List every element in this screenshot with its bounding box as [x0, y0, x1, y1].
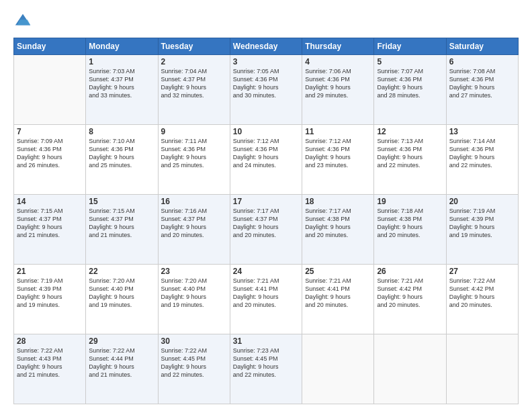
day-info: Sunrise: 7:06 AMSunset: 4:36 PMDaylight:… [305, 67, 371, 100]
logo [13, 12, 35, 31]
day-info: Sunrise: 7:22 AMSunset: 4:43 PMDaylight:… [17, 347, 83, 379]
day-info: Sunrise: 7:15 AMSunset: 4:37 PMDaylight:… [89, 207, 154, 240]
day-number: 5 [377, 57, 443, 66]
calendar-cell: 5Sunrise: 7:07 AMSunset: 4:36 PMDaylight… [374, 55, 446, 125]
day-number: 6 [449, 57, 515, 66]
day-number: 16 [161, 197, 227, 206]
day-number: 28 [17, 336, 83, 346]
day-info: Sunrise: 7:12 AMSunset: 4:36 PMDaylight:… [305, 137, 371, 170]
day-number: 20 [449, 197, 515, 206]
day-info: Sunrise: 7:03 AMSunset: 4:37 PMDaylight:… [89, 67, 154, 100]
day-info: Sunrise: 7:12 AMSunset: 4:36 PMDaylight:… [233, 137, 299, 170]
calendar-cell: 19Sunrise: 7:18 AMSunset: 4:38 PMDayligh… [374, 195, 446, 265]
day-number: 23 [161, 267, 227, 276]
day-header-wednesday: Wednesday [230, 38, 302, 55]
day-header-thursday: Thursday [302, 38, 374, 55]
page: SundayMondayTuesdayWednesdayThursdayFrid… [0, 0, 532, 411]
calendar-cell: 12Sunrise: 7:13 AMSunset: 4:36 PMDayligh… [374, 125, 446, 195]
week-row-0: 1Sunrise: 7:03 AMSunset: 4:37 PMDaylight… [14, 55, 519, 125]
day-number: 25 [305, 267, 371, 276]
day-info: Sunrise: 7:17 AMSunset: 4:37 PMDaylight:… [233, 207, 299, 240]
day-number: 2 [161, 57, 227, 66]
calendar-cell: 29Sunrise: 7:22 AMSunset: 4:44 PMDayligh… [86, 334, 158, 404]
day-info: Sunrise: 7:22 AMSunset: 4:44 PMDaylight:… [89, 347, 154, 379]
calendar-cell: 13Sunrise: 7:14 AMSunset: 4:36 PMDayligh… [446, 125, 518, 195]
day-info: Sunrise: 7:20 AMSunset: 4:40 PMDaylight:… [161, 277, 227, 310]
day-number: 8 [89, 127, 154, 136]
day-info: Sunrise: 7:11 AMSunset: 4:36 PMDaylight:… [161, 137, 227, 170]
calendar-cell [302, 334, 374, 404]
calendar-cell: 22Sunrise: 7:20 AMSunset: 4:40 PMDayligh… [86, 265, 158, 334]
day-info: Sunrise: 7:08 AMSunset: 4:36 PMDaylight:… [449, 67, 515, 100]
calendar-cell: 2Sunrise: 7:04 AMSunset: 4:37 PMDaylight… [158, 55, 230, 125]
day-number: 31 [233, 336, 299, 346]
day-info: Sunrise: 7:04 AMSunset: 4:37 PMDaylight:… [161, 67, 227, 100]
day-number: 29 [89, 336, 154, 346]
week-row-3: 21Sunrise: 7:19 AMSunset: 4:39 PMDayligh… [14, 265, 519, 334]
day-number: 9 [161, 127, 227, 136]
day-info: Sunrise: 7:07 AMSunset: 4:36 PMDaylight:… [377, 67, 443, 100]
day-number: 14 [17, 197, 83, 206]
calendar-cell: 27Sunrise: 7:22 AMSunset: 4:42 PMDayligh… [446, 265, 518, 334]
day-number: 18 [305, 197, 371, 206]
week-row-4: 28Sunrise: 7:22 AMSunset: 4:43 PMDayligh… [14, 334, 519, 404]
day-info: Sunrise: 7:19 AMSunset: 4:39 PMDaylight:… [449, 207, 515, 240]
day-header-friday: Friday [374, 38, 446, 55]
day-info: Sunrise: 7:19 AMSunset: 4:39 PMDaylight:… [17, 277, 83, 310]
day-number: 24 [233, 267, 299, 276]
header [13, 12, 519, 31]
calendar-cell: 14Sunrise: 7:15 AMSunset: 4:37 PMDayligh… [14, 195, 86, 265]
calendar-cell: 17Sunrise: 7:17 AMSunset: 4:37 PMDayligh… [230, 195, 302, 265]
day-number: 19 [377, 197, 443, 206]
day-info: Sunrise: 7:20 AMSunset: 4:40 PMDaylight:… [89, 277, 154, 310]
calendar-cell: 10Sunrise: 7:12 AMSunset: 4:36 PMDayligh… [230, 125, 302, 195]
day-info: Sunrise: 7:21 AMSunset: 4:41 PMDaylight:… [233, 277, 299, 310]
day-info: Sunrise: 7:21 AMSunset: 4:41 PMDaylight:… [305, 277, 371, 310]
calendar-cell: 3Sunrise: 7:05 AMSunset: 4:36 PMDaylight… [230, 55, 302, 125]
calendar-cell: 8Sunrise: 7:10 AMSunset: 4:36 PMDaylight… [86, 125, 158, 195]
calendar-body: 1Sunrise: 7:03 AMSunset: 4:37 PMDaylight… [14, 55, 519, 404]
calendar-cell: 23Sunrise: 7:20 AMSunset: 4:40 PMDayligh… [158, 265, 230, 334]
calendar-cell: 25Sunrise: 7:21 AMSunset: 4:41 PMDayligh… [302, 265, 374, 334]
day-number: 10 [233, 127, 299, 136]
calendar-cell: 16Sunrise: 7:16 AMSunset: 4:37 PMDayligh… [158, 195, 230, 265]
calendar-cell: 7Sunrise: 7:09 AMSunset: 4:36 PMDaylight… [14, 125, 86, 195]
calendar-cell: 26Sunrise: 7:21 AMSunset: 4:42 PMDayligh… [374, 265, 446, 334]
day-header-monday: Monday [86, 38, 158, 55]
day-info: Sunrise: 7:15 AMSunset: 4:37 PMDaylight:… [17, 207, 83, 240]
day-number: 11 [305, 127, 371, 136]
day-info: Sunrise: 7:05 AMSunset: 4:36 PMDaylight:… [233, 67, 299, 100]
calendar-table: SundayMondayTuesdayWednesdayThursdayFrid… [13, 38, 519, 404]
calendar-cell: 31Sunrise: 7:23 AMSunset: 4:45 PMDayligh… [230, 334, 302, 404]
calendar-cell: 9Sunrise: 7:11 AMSunset: 4:36 PMDaylight… [158, 125, 230, 195]
calendar-cell: 15Sunrise: 7:15 AMSunset: 4:37 PMDayligh… [86, 195, 158, 265]
day-number: 27 [449, 267, 515, 276]
day-number: 26 [377, 267, 443, 276]
day-info: Sunrise: 7:16 AMSunset: 4:37 PMDaylight:… [161, 207, 227, 240]
calendar-cell: 30Sunrise: 7:22 AMSunset: 4:45 PMDayligh… [158, 334, 230, 404]
calendar-header: SundayMondayTuesdayWednesdayThursdayFrid… [14, 38, 519, 55]
calendar-cell: 6Sunrise: 7:08 AMSunset: 4:36 PMDaylight… [446, 55, 518, 125]
day-info: Sunrise: 7:18 AMSunset: 4:38 PMDaylight:… [377, 207, 443, 240]
day-number: 30 [161, 336, 227, 346]
calendar-cell: 24Sunrise: 7:21 AMSunset: 4:41 PMDayligh… [230, 265, 302, 334]
calendar-cell: 11Sunrise: 7:12 AMSunset: 4:36 PMDayligh… [302, 125, 374, 195]
day-number: 17 [233, 197, 299, 206]
day-number: 21 [17, 267, 83, 276]
day-info: Sunrise: 7:21 AMSunset: 4:42 PMDaylight:… [377, 277, 443, 310]
day-number: 13 [449, 127, 515, 136]
day-number: 22 [89, 267, 154, 276]
day-header-saturday: Saturday [446, 38, 518, 55]
day-number: 3 [233, 57, 299, 66]
days-of-week-row: SundayMondayTuesdayWednesdayThursdayFrid… [14, 38, 519, 55]
calendar-cell [446, 334, 518, 404]
calendar-cell: 1Sunrise: 7:03 AMSunset: 4:37 PMDaylight… [86, 55, 158, 125]
calendar-cell: 20Sunrise: 7:19 AMSunset: 4:39 PMDayligh… [446, 195, 518, 265]
logo-icon [13, 12, 32, 31]
calendar-cell: 28Sunrise: 7:22 AMSunset: 4:43 PMDayligh… [14, 334, 86, 404]
day-info: Sunrise: 7:13 AMSunset: 4:36 PMDaylight:… [377, 137, 443, 170]
day-info: Sunrise: 7:17 AMSunset: 4:38 PMDaylight:… [305, 207, 371, 240]
day-number: 4 [305, 57, 371, 66]
day-number: 12 [377, 127, 443, 136]
day-number: 7 [17, 127, 83, 136]
